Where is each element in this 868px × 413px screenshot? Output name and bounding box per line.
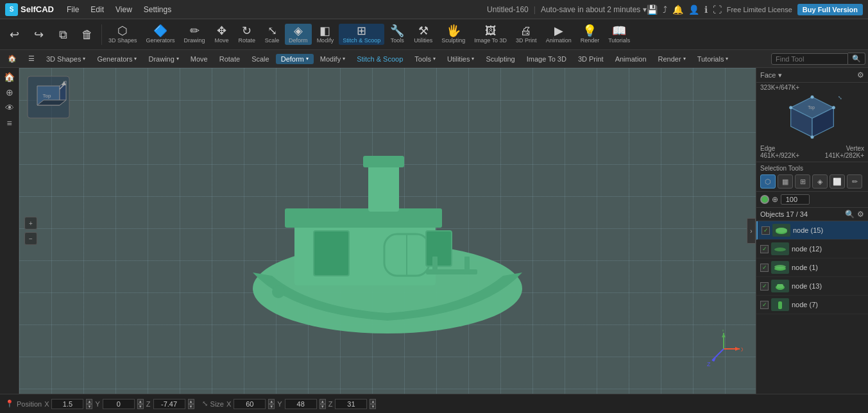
search-objects-button[interactable]: 🔍: [845, 210, 855, 219]
generators-tool-button[interactable]: 🔷 Generators: [142, 24, 179, 45]
sculpting-tool-button[interactable]: 🖐 Sculpting: [438, 24, 469, 45]
object-checkbox-node7[interactable]: ✓: [760, 301, 769, 309]
sculpting-nav-button[interactable]: Sculpting: [481, 54, 520, 64]
animation-nav-button[interactable]: Animation: [610, 54, 652, 64]
fullscreen-icon[interactable]: ⛶: [713, 4, 722, 15]
x-size-up-arrow[interactable]: ▲: [268, 399, 275, 404]
menu-settings[interactable]: Settings: [139, 4, 176, 15]
copy-button[interactable]: ⧉: [51, 28, 74, 42]
y-size-down-arrow[interactable]: ▼: [319, 404, 326, 409]
objects-settings-button[interactable]: ⚙: [857, 210, 864, 219]
object-item-node13[interactable]: ✓ node (13): [756, 277, 868, 296]
orientation-cube[interactable]: Top: [24, 73, 72, 121]
y-position-input[interactable]: [103, 399, 135, 409]
left-home-button[interactable]: 🏠: [4, 72, 15, 82]
generators-nav-button[interactable]: Generators ▾: [92, 54, 142, 64]
tools-tool-button[interactable]: 🔧 Tools: [386, 24, 409, 45]
z-size-up-arrow[interactable]: ▲: [370, 399, 376, 404]
utilities-nav-button[interactable]: Utilities ▾: [442, 54, 479, 64]
print3d-nav-button[interactable]: 3D Print: [573, 54, 609, 64]
paint-select-button[interactable]: ✏: [847, 174, 862, 189]
left-layer-button[interactable]: ≡: [6, 118, 12, 128]
menu-nav-button[interactable]: ☰: [23, 53, 40, 64]
panel-collapse-button[interactable]: ›: [747, 218, 756, 244]
select-edge-button[interactable]: ◈: [812, 174, 828, 189]
y-size-input[interactable]: [285, 399, 317, 409]
find-tool-input[interactable]: [771, 53, 848, 65]
object-checkbox-node15[interactable]: ✓: [762, 226, 770, 235]
deform-nav-button[interactable]: Deform ▾: [276, 54, 314, 64]
select-object-button[interactable]: ⬜: [830, 174, 845, 189]
home-nav-button[interactable]: 🏠: [3, 53, 22, 64]
delete-button[interactable]: 🗑: [76, 28, 99, 42]
undo-button[interactable]: ↩: [3, 28, 26, 42]
object-checkbox-node12[interactable]: ✓: [760, 245, 769, 253]
select-vertex-button[interactable]: ⊞: [795, 174, 810, 189]
print3d-tool-button[interactable]: 🖨 3D Print: [512, 24, 541, 45]
x-pos-up-arrow[interactable]: ▲: [86, 399, 92, 404]
notification-icon[interactable]: 🔔: [672, 4, 683, 15]
tutorials-nav-button[interactable]: Tutorials ▾: [692, 54, 734, 64]
deform-tool-button[interactable]: ◈ Deform: [285, 24, 312, 45]
save-icon[interactable]: 💾: [647, 4, 658, 15]
left-view-button[interactable]: 👁: [5, 103, 14, 113]
x-size-input[interactable]: [234, 399, 266, 409]
scale-tool-button[interactable]: ⤡ Scale: [260, 24, 284, 45]
object-item-node7[interactable]: ✓ node (7): [756, 296, 868, 314]
tools-nav-button[interactable]: Tools ▾: [409, 54, 441, 64]
share-icon[interactable]: ⤴: [663, 4, 667, 15]
object-checkbox-node1[interactable]: ✓: [760, 264, 769, 272]
menu-edit[interactable]: Edit: [85, 4, 109, 15]
menu-file[interactable]: File: [62, 4, 84, 15]
find-tool-search-button[interactable]: 🔍: [848, 53, 865, 65]
rotate-nav-button[interactable]: Rotate: [214, 54, 245, 64]
z-size-input[interactable]: [335, 399, 367, 409]
object-item-node12[interactable]: ✓ node (12): [756, 240, 868, 258]
drawing-nav-button[interactable]: Drawing ▾: [143, 54, 183, 64]
stitch-tool-button[interactable]: ⊞ Stitch & Scoop: [339, 24, 384, 45]
3dshapes-tool-button[interactable]: ⬡ 3D Shapes: [105, 24, 141, 45]
render-tool-button[interactable]: 💡 Render: [577, 24, 604, 45]
z-position-input[interactable]: [153, 399, 185, 409]
y-pos-down-arrow[interactable]: ▼: [137, 404, 144, 409]
panel-settings-icon[interactable]: ⚙: [857, 71, 864, 80]
z-size-down-arrow[interactable]: ▼: [370, 404, 376, 409]
opacity-input[interactable]: [781, 194, 810, 205]
zoom-out-button[interactable]: −: [24, 232, 37, 245]
stitch-nav-button[interactable]: Stitch & Scoop: [352, 54, 408, 64]
y-pos-up-arrow[interactable]: ▲: [137, 399, 144, 404]
rotate-tool-button[interactable]: ↻ Rotate: [235, 24, 260, 45]
move-nav-button[interactable]: Move: [185, 54, 213, 64]
utilities-tool-button[interactable]: ⚒ Utilities: [410, 24, 436, 45]
select-box-button[interactable]: ▦: [778, 174, 793, 189]
info-icon[interactable]: ℹ: [704, 4, 708, 15]
drawing-tool-button[interactable]: ✏ Drawing: [180, 24, 209, 45]
image3d-nav-button[interactable]: Image To 3D: [522, 54, 572, 64]
render-nav-button[interactable]: Render ▾: [653, 54, 691, 64]
modify-tool-button[interactable]: ◧ Modify: [313, 24, 338, 45]
face-dropdown-icon[interactable]: ▾: [778, 71, 782, 79]
layers-icon[interactable]: ⊕: [772, 195, 778, 204]
left-menu-button[interactable]: ⊕: [6, 87, 13, 97]
x-size-down-arrow[interactable]: ▼: [268, 404, 275, 409]
scale-nav-button[interactable]: Scale: [246, 54, 275, 64]
zoom-in-button[interactable]: +: [24, 217, 37, 230]
z-pos-up-arrow[interactable]: ▲: [188, 399, 194, 404]
object-item-node1[interactable]: ✓ node (1): [756, 258, 868, 277]
menu-view[interactable]: View: [110, 4, 137, 15]
x-pos-down-arrow[interactable]: ▼: [86, 404, 92, 409]
x-position-input[interactable]: [51, 399, 83, 409]
shapes-nav-button[interactable]: 3D Shapes ▾: [41, 54, 90, 64]
3d-viewport[interactable]: Top: [19, 68, 756, 394]
upgrade-button[interactable]: Buy Full Version: [797, 4, 863, 15]
image3d-tool-button[interactable]: 🖼 Image To 3D: [470, 24, 511, 45]
modify-nav-button[interactable]: Modify ▾: [315, 54, 350, 64]
object-checkbox-node13[interactable]: ✓: [760, 282, 769, 291]
z-pos-down-arrow[interactable]: ▼: [188, 404, 194, 409]
y-size-up-arrow[interactable]: ▲: [319, 399, 326, 404]
tutorials-tool-button[interactable]: 📖 Tutorials: [604, 24, 634, 45]
animation-tool-button[interactable]: ▶ Animation: [542, 24, 575, 45]
user-icon[interactable]: 👤: [688, 4, 699, 15]
select-face-button[interactable]: ⬡: [760, 174, 776, 189]
object-item-node15[interactable]: ✓ node (15): [756, 221, 868, 240]
